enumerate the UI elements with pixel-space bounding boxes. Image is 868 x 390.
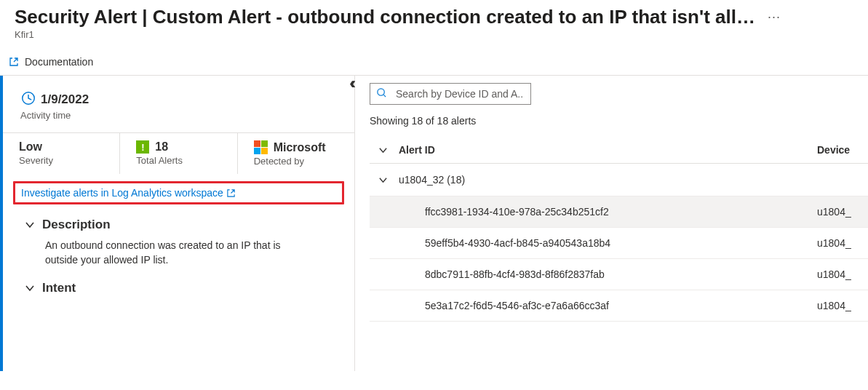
severity-label: Severity	[19, 155, 111, 166]
external-link-icon	[9, 57, 19, 67]
device-cell: u1804_	[817, 237, 868, 249]
search-box[interactable]	[370, 83, 531, 105]
column-header-alert-id[interactable]: Alert ID	[396, 144, 817, 156]
clock-icon	[20, 90, 36, 108]
documentation-link[interactable]: Documentation	[25, 56, 93, 68]
severity-value: Low	[19, 140, 111, 154]
intent-toggle[interactable]: Intent	[25, 281, 337, 295]
investigate-log-analytics-link[interactable]: Investigate alerts in Log Analytics work…	[21, 187, 236, 199]
page-title: Security Alert | Custom Alert - outbound…	[15, 6, 759, 28]
alert-id-cell: 5e3a17c2-f6d5-4546-af3c-e7a6a66cc3af	[396, 300, 817, 311]
device-cell: u1804_	[817, 300, 868, 311]
details-pane: ‹‹ 1/9/2022 Activity time Low Severity !…	[0, 76, 355, 371]
alert-id-cell: ffcc3981-1934-410e-978a-25c34b251cf2	[396, 206, 817, 218]
chevron-down-icon	[25, 220, 35, 230]
table-row[interactable]: 5e3a17c2-f6d5-4546-af3c-e7a6a66cc3afu180…	[370, 290, 868, 322]
microsoft-logo-icon	[254, 140, 268, 154]
column-header-device[interactable]: Device	[817, 144, 868, 156]
subscription-name: Kfir1	[15, 29, 853, 40]
group-label: u1804_32 (18)	[396, 174, 817, 186]
table-row[interactable]: 8dbc7911-88fb-4cf4-983d-8f86f2837fabu180…	[370, 259, 868, 290]
activity-time-label: Activity time	[20, 110, 340, 121]
description-toggle[interactable]: Description	[25, 218, 337, 232]
description-heading: Description	[42, 218, 111, 232]
chevron-down-icon[interactable]	[378, 175, 388, 185]
alerts-pane: Showing 18 of 18 alerts Alert ID Device …	[355, 76, 868, 371]
external-link-icon	[226, 188, 236, 198]
table-header-row: Alert ID Device	[370, 137, 868, 164]
intent-heading: Intent	[42, 281, 76, 295]
description-text: An outbound connection was created to an…	[25, 232, 316, 272]
total-alerts-value: 18	[155, 140, 168, 154]
chevron-down-icon[interactable]	[378, 146, 388, 155]
group-row[interactable]: u1804_32 (18)	[370, 164, 868, 196]
device-cell: u1804_	[817, 206, 868, 218]
investigate-link-label: Investigate alerts in Log Analytics work…	[21, 187, 223, 199]
more-actions-button[interactable]: ···	[768, 9, 853, 25]
total-alerts-label: Total Alerts	[136, 155, 228, 166]
detected-by-label: Detected by	[254, 156, 346, 167]
activity-date-value: 1/9/2022	[41, 92, 89, 107]
results-count: Showing 18 of 18 alerts	[370, 112, 868, 137]
table-row[interactable]: ffcc3981-1934-410e-978a-25c34b251cf2u180…	[370, 196, 868, 228]
collapse-pane-button[interactable]: ‹‹	[349, 74, 351, 93]
table-row[interactable]: 59eff5b4-4930-4acf-b845-a940543a18b4u180…	[370, 228, 868, 259]
chevron-down-icon	[25, 283, 35, 293]
device-cell: u1804_	[817, 268, 868, 280]
detected-by-value: Microsoft	[274, 141, 326, 154]
search-icon	[376, 87, 387, 100]
highlighted-link-callout: Investigate alerts in Log Analytics work…	[13, 181, 344, 204]
alert-id-cell: 59eff5b4-4930-4acf-b845-a940543a18b4	[396, 237, 817, 249]
svg-point-1	[378, 89, 384, 95]
alert-badge-icon: !	[136, 140, 149, 154]
search-input[interactable]	[394, 87, 525, 100]
alert-id-cell: 8dbc7911-88fb-4cf4-983d-8f86f2837fab	[396, 268, 817, 280]
